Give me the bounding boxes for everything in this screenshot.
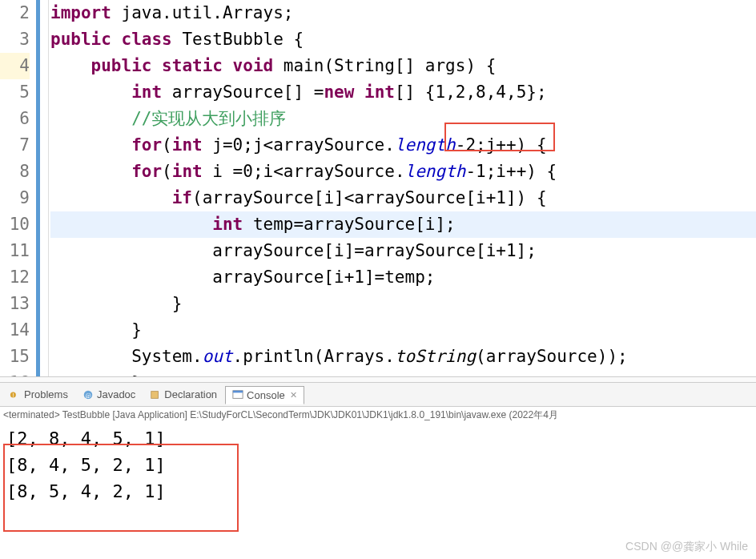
line-number: 7 (0, 132, 30, 159)
code-line[interactable]: if(arraySource[i]<arraySource[i+1]) { (50, 185, 756, 211)
console-output: [2, 8, 4, 5, 1] [8, 4, 5, 2, 1] [8, 5, 4… (0, 425, 756, 505)
javadoc-icon: @ (82, 389, 94, 400)
sash-divider[interactable] (0, 376, 756, 383)
svg-text:!: ! (12, 392, 14, 397)
line-number: 4 (0, 53, 30, 79)
line-number: 15 (0, 344, 30, 370)
tab-label: Problems (24, 388, 68, 400)
code-line[interactable]: for(int i =0;i<arraySource.length-1;i++)… (50, 159, 756, 185)
code-line[interactable]: for(int j=0;j<arraySource.length-2;j++) … (50, 132, 756, 159)
code-line[interactable]: System.out.println(Arrays.toString(array… (50, 344, 756, 370)
console-process-info: <terminated> TestBubble [Java Applicatio… (0, 407, 756, 425)
code-line[interactable]: } (50, 291, 756, 317)
code-editor[interactable]: 2345678910111213141516 import java.util.… (0, 0, 756, 376)
tab-javadoc[interactable]: @Javadoc (76, 386, 142, 403)
line-number: 12 (0, 264, 30, 291)
code-line[interactable]: //实现从大到小排序 (50, 106, 756, 132)
tab-label: Console (247, 389, 285, 401)
code-line[interactable]: arraySource[i]=arraySource[i+1]; (50, 238, 756, 264)
line-number: 11 (0, 238, 30, 264)
code-line[interactable]: } (50, 317, 756, 344)
bottom-tabs: !Problems@JavadocDeclarationConsole✕ (0, 383, 756, 407)
watermark: CSDN @@龚家小 While (625, 540, 748, 554)
line-number: 14 (0, 317, 30, 344)
tab-label: Javadoc (97, 388, 135, 400)
code-line[interactable]: } (50, 370, 756, 376)
line-number: 13 (0, 291, 30, 317)
folding-ruler (36, 0, 49, 376)
code-area[interactable]: import java.util.Arrays;public class Tes… (49, 0, 756, 376)
line-number: 9 (0, 185, 30, 211)
close-icon[interactable]: ✕ (290, 390, 297, 400)
problems-icon: ! (10, 389, 21, 400)
code-line[interactable]: arraySource[i+1]=temp; (50, 264, 756, 291)
tab-declaration[interactable]: Declaration (143, 386, 223, 403)
svg-text:@: @ (85, 392, 90, 399)
code-line[interactable]: int arraySource[] =new int[] {1,2,8,4,5}… (50, 79, 756, 106)
line-number: 8 (0, 159, 30, 185)
line-number: 3 (0, 26, 30, 53)
code-line[interactable]: import java.util.Arrays; (50, 0, 756, 26)
line-number: 6 (0, 106, 30, 132)
svg-rect-6 (233, 391, 243, 393)
line-number: 5 (0, 79, 30, 106)
console-icon (232, 389, 243, 400)
declaration-icon (150, 389, 161, 400)
line-number-gutter: 2345678910111213141516 (0, 0, 36, 376)
line-number: 16 (0, 370, 30, 376)
code-line[interactable]: public static void main(String[] args) { (50, 53, 756, 79)
tab-label: Declaration (164, 388, 217, 400)
tab-problems[interactable]: !Problems (3, 386, 74, 403)
svg-rect-4 (151, 391, 159, 398)
tab-console[interactable]: Console✕ (225, 386, 304, 404)
line-number: 10 (0, 211, 30, 238)
code-line[interactable]: public class TestBubble { (50, 26, 756, 53)
code-line[interactable]: int temp=arraySource[i]; (50, 211, 756, 238)
line-number: 2 (0, 0, 30, 26)
